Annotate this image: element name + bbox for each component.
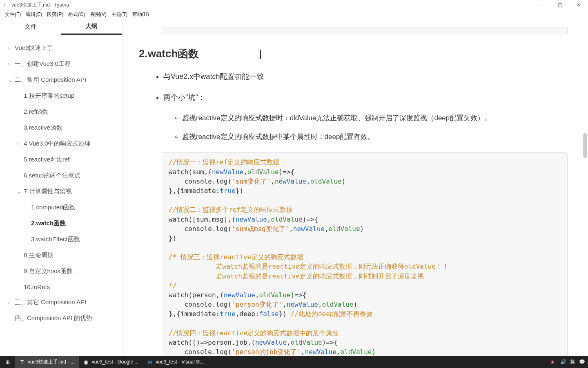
outline-label: 二、常用 Composition API (15, 76, 86, 84)
outline-item[interactable]: 1.拉开序幕的setup (5, 88, 122, 104)
code-line: 若watch监视的是reactive定义的响应式数据，则强制开启了深度监视 (169, 272, 424, 280)
outline-item[interactable]: 3.reactive函数 (5, 120, 122, 136)
outline-item[interactable]: 2.ref函数 (5, 104, 122, 120)
bullet-2: 两个小"坑"： 监视reactive定义的响应式数据时：oldValue无法正确… (163, 92, 568, 144)
outline-item[interactable]: 四、Composition API 的优势 (5, 310, 122, 326)
menu-file[interactable]: 文件(F) (2, 11, 23, 18)
outline-item[interactable]: ⌄7.计算属性与监视 (5, 184, 122, 200)
outline-label: 7.计算属性与监视 (24, 188, 72, 195)
outline-item[interactable]: ›三、其它 Composition API (5, 294, 122, 310)
window-title: vue3快速上手.md - Typora (11, 2, 69, 9)
chrome-icon: ◉ (83, 359, 89, 365)
taskbar: ⊞ Tvue3快速上手.md - ... ◉vue3_test - Google… (0, 356, 588, 368)
chevron-icon: ⌄ (17, 189, 24, 195)
taskbar-item-chrome[interactable]: ◉vue3_test - Google ... (79, 356, 143, 368)
outline-item[interactable]: 3.watchEffect函数 (5, 231, 122, 247)
code-tok: newValue (293, 225, 325, 233)
outline-label: 8.生命周期 (24, 251, 53, 259)
code-tok: }) (236, 187, 243, 195)
code-tok: newValue (275, 177, 306, 185)
outline-label: 四、Composition API 的优势 (15, 314, 92, 322)
code-tok: , (243, 168, 247, 176)
outline-item[interactable]: ⌄二、常用 Composition API (5, 72, 122, 88)
flower-icon[interactable]: ❀ (549, 358, 556, 366)
code-line: //情况一：监视ref定义的响应式数据 (169, 158, 280, 166)
window-controls: — ▢ ✕ (532, 0, 588, 10)
notification-icon[interactable]: 💬 (578, 358, 586, 366)
code-tok: //此处的deep配置不再奏效 (291, 310, 373, 318)
code-tok: oldValue (310, 177, 342, 185)
outline-label: 9.自定义hook函数 (24, 267, 73, 275)
code-line: */ (169, 282, 176, 289)
code-tok: 'sum或msg变化了' (232, 225, 289, 233)
outline-label: 三、其它 Composition API (15, 298, 86, 306)
start-button[interactable]: ⊞ (0, 356, 15, 368)
outline-label: Vue3快速上手 (15, 44, 53, 52)
code-tok: true (220, 187, 236, 195)
menu-edit[interactable]: 编辑(E) (23, 11, 45, 18)
outline-item[interactable]: 8.生命周期 (5, 247, 122, 263)
outline-label: 3.watchEffect函数 (31, 236, 80, 243)
code-tok: newValue (224, 291, 255, 299)
scrollbar-thumb[interactable] (583, 133, 587, 158)
outline-item[interactable]: ›Vue3快速上手 (5, 40, 122, 56)
code-tok: oldValue (340, 348, 372, 356)
code-tok: , (283, 301, 287, 308)
code-block[interactable]: //情况一：监视ref定义的响应式数据 watch(sum,(newValue,… (162, 152, 568, 356)
outline-item[interactable]: 2.watch函数 (5, 215, 122, 231)
menu-view[interactable]: 视图(V) (88, 11, 109, 18)
editor-content[interactable]: 2.watch函数 与Vue2.x中watch配置功能一致 两个小"坑"： 监视… (122, 19, 588, 356)
chevron-icon: › (17, 141, 24, 147)
typora-icon: T (19, 359, 25, 365)
text-cursor (260, 50, 261, 59)
volume-icon[interactable]: 🔊 (559, 358, 567, 366)
outline-label: 1.computed函数 (31, 204, 75, 211)
outline-item[interactable]: 5.reactive对比ref (5, 152, 122, 168)
menu-theme[interactable]: 主题(T) (109, 11, 130, 18)
menu-format[interactable]: 格式(O) (66, 11, 87, 18)
code-tok: oldValue (271, 215, 302, 223)
taskbar-item-vscode[interactable]: ⋈vue3_test - Visual St... (143, 356, 209, 368)
outline-label: 3.reactive函数 (24, 124, 62, 132)
chevron-icon: ⌄ (8, 77, 15, 83)
code-tok: oldValue (322, 301, 354, 308)
outline-item[interactable]: ›4.Vue3.0中的响应式原理 (5, 136, 122, 152)
code-tok: , (287, 339, 291, 346)
outline-label: 2.watch函数 (31, 220, 66, 227)
menu-paragraph[interactable]: 段落(P) (45, 11, 66, 18)
tab-outline[interactable]: 大纲 (61, 19, 122, 35)
outline-item[interactable]: 1.computed函数 (5, 200, 122, 215)
outline-item[interactable]: 6.setup的两个注意点 (5, 168, 122, 184)
taskbar-label: vue3_test - Google ... (92, 359, 139, 365)
outline-label: 一、创建Vue3.0工程 (15, 60, 71, 68)
ime-lang-2[interactable]: 英 (570, 359, 575, 366)
code-tok: newValue (305, 348, 336, 356)
code-tok: true (220, 310, 236, 318)
close-button[interactable]: ✕ (569, 0, 588, 10)
windows-icon: ⊞ (4, 359, 11, 365)
maximize-button[interactable]: ▢ (550, 0, 569, 10)
menu-help[interactable]: 帮助(H) (130, 11, 151, 18)
code-tok: ) (342, 177, 346, 185)
code-tok: false (259, 310, 279, 318)
code-tok: oldValue (291, 339, 322, 346)
code-tok: watch(sum,( (169, 168, 212, 176)
code-tok: ) (372, 348, 376, 356)
taskbar-item-typora[interactable]: Tvue3快速上手.md - ... (15, 356, 79, 368)
outline-item[interactable]: ›一、创建Vue3.0工程 (5, 56, 122, 72)
tab-files[interactable]: 文件 (0, 19, 61, 35)
code-tok: console.log( (169, 348, 232, 356)
code-tok: watch([sum,msg],( (169, 215, 236, 223)
outline-item[interactable]: 10.toRefs (5, 279, 122, 294)
code-tok: watch(person,( (169, 291, 224, 299)
code-line: /* 情况三：监视reactive定义的响应式数据 (169, 253, 303, 261)
bullet-2-text: 两个小"坑"： (163, 93, 205, 101)
minimize-button[interactable]: — (532, 0, 550, 10)
outline-item[interactable]: 9.自定义hook函数 (5, 263, 122, 279)
code-tok: newValue (212, 168, 243, 176)
code-tok: oldValue (259, 291, 291, 299)
code-tok: , (336, 348, 341, 356)
code-line: //情况四：监视reactive定义的响应式数据中的某个属性 (169, 329, 339, 337)
code-tok: )=>{ (279, 168, 295, 176)
code-tok: , (325, 225, 329, 233)
